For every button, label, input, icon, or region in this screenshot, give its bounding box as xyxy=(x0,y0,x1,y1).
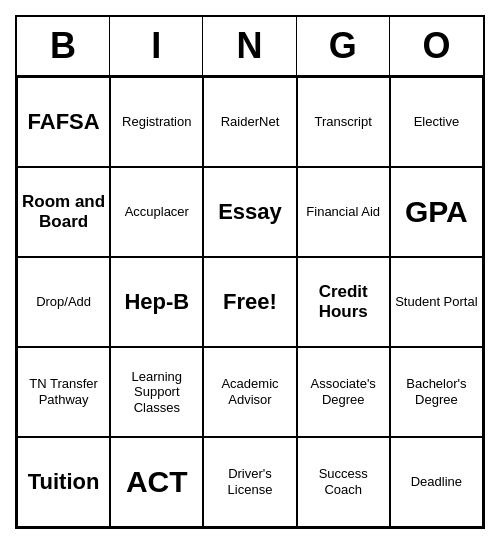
bingo-cell: ACT xyxy=(110,437,203,527)
bingo-cell: Deadline xyxy=(390,437,483,527)
bingo-cell: RaiderNet xyxy=(203,77,296,167)
bingo-cell: Free! xyxy=(203,257,296,347)
bingo-cell: Drop/Add xyxy=(17,257,110,347)
bingo-grid: FAFSARegistrationRaiderNetTranscriptElec… xyxy=(17,77,483,527)
bingo-cell: Driver's License xyxy=(203,437,296,527)
bingo-cell: Transcript xyxy=(297,77,390,167)
bingo-cell: Academic Advisor xyxy=(203,347,296,437)
bingo-cell: Financial Aid xyxy=(297,167,390,257)
bingo-cell: Credit Hours xyxy=(297,257,390,347)
bingo-cell: Essay xyxy=(203,167,296,257)
bingo-cell: Success Coach xyxy=(297,437,390,527)
bingo-cell: Learning Support Classes xyxy=(110,347,203,437)
bingo-header: BINGO xyxy=(17,17,483,77)
bingo-cell: GPA xyxy=(390,167,483,257)
header-letter: N xyxy=(203,17,296,75)
bingo-cell: FAFSA xyxy=(17,77,110,167)
bingo-cell: Tuition xyxy=(17,437,110,527)
bingo-cell: TN Transfer Pathway xyxy=(17,347,110,437)
bingo-cell: Associate's Degree xyxy=(297,347,390,437)
header-letter: O xyxy=(390,17,483,75)
header-letter: B xyxy=(17,17,110,75)
bingo-cell: Registration xyxy=(110,77,203,167)
bingo-cell: Room and Board xyxy=(17,167,110,257)
bingo-cell: Accuplacer xyxy=(110,167,203,257)
bingo-cell: Elective xyxy=(390,77,483,167)
header-letter: G xyxy=(297,17,390,75)
bingo-card: BINGO FAFSARegistrationRaiderNetTranscri… xyxy=(15,15,485,529)
header-letter: I xyxy=(110,17,203,75)
bingo-cell: Bachelor's Degree xyxy=(390,347,483,437)
bingo-cell: Student Portal xyxy=(390,257,483,347)
bingo-cell: Hep-B xyxy=(110,257,203,347)
